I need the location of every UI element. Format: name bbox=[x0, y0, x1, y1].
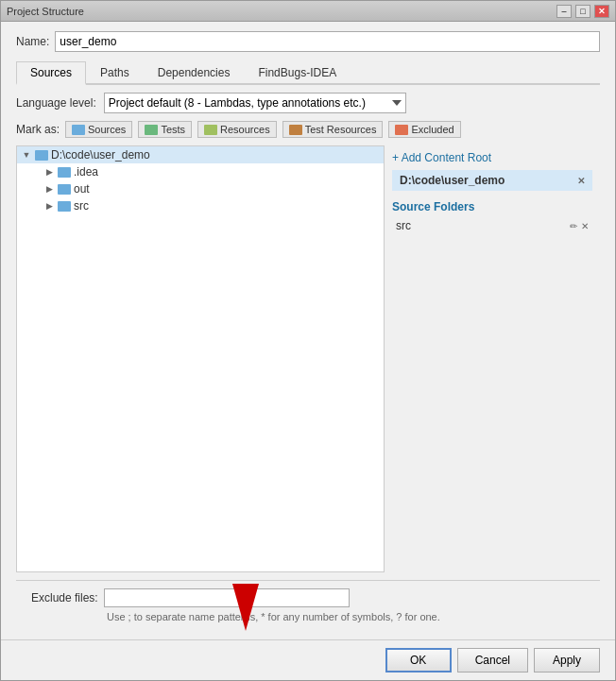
edit-source-folder-icon[interactable]: ✏ bbox=[570, 221, 577, 231]
src-folder-icon bbox=[58, 201, 71, 212]
delete-source-folder-icon[interactable]: ✕ bbox=[581, 221, 589, 231]
name-label: Name: bbox=[16, 35, 49, 48]
name-row: Name: bbox=[16, 31, 600, 52]
resources-folder-icon bbox=[204, 125, 217, 135]
mark-sources-button[interactable]: Sources bbox=[65, 121, 132, 138]
button-row: OK Cancel Apply bbox=[1, 639, 615, 680]
content-root-box: D:\code\user_demo ✕ bbox=[392, 170, 592, 191]
language-level-label: Language level: bbox=[16, 96, 96, 110]
out-folder-icon bbox=[58, 184, 71, 195]
idea-expand-arrow[interactable]: ▶ bbox=[43, 166, 55, 178]
idea-label: .idea bbox=[74, 165, 98, 179]
src-label: src bbox=[74, 199, 89, 213]
dialog-content: Name: Sources Paths Dependencies FindBug… bbox=[1, 22, 615, 639]
tab-sources[interactable]: Sources bbox=[16, 61, 86, 85]
project-structure-dialog: Project Structure – □ ✕ Name: Sources Pa… bbox=[0, 0, 616, 681]
test-resources-folder-icon bbox=[289, 125, 302, 135]
add-content-root-button[interactable]: + Add Content Root bbox=[392, 151, 592, 164]
mark-sources-label: Sources bbox=[88, 124, 126, 135]
tree-item-out[interactable]: ▶ out bbox=[17, 180, 384, 197]
tabs-bar: Sources Paths Dependencies FindBugs-IDEA bbox=[16, 60, 600, 85]
tab-findbugs[interactable]: FindBugs-IDEA bbox=[244, 61, 351, 85]
apply-button[interactable]: Apply bbox=[534, 648, 600, 672]
title-bar: Project Structure – □ ✕ bbox=[1, 1, 615, 22]
minimize-button[interactable]: – bbox=[556, 5, 572, 18]
arrow-indicator bbox=[232, 584, 259, 631]
tab-paths[interactable]: Paths bbox=[86, 61, 144, 85]
exclude-files-label: Exclude files: bbox=[31, 591, 98, 604]
out-expand-arrow[interactable]: ▶ bbox=[43, 183, 55, 195]
title-bar-text: Project Structure bbox=[7, 6, 84, 17]
tab-dependencies[interactable]: Dependencies bbox=[144, 61, 245, 85]
right-panel: + Add Content Root D:\code\user_demo ✕ S… bbox=[385, 145, 600, 572]
exclude-files-row: Exclude files: bbox=[31, 588, 585, 607]
source-folders-title: Source Folders bbox=[392, 200, 592, 213]
sources-folder-icon bbox=[72, 125, 85, 135]
idea-folder-icon bbox=[58, 167, 71, 178]
out-label: out bbox=[74, 182, 90, 196]
tree-panel: ▼ D:\code\user_demo ▶ .idea ▶ out bbox=[16, 145, 385, 572]
exclude-files-area: Exclude files: Use ; to separate name pa… bbox=[16, 580, 600, 630]
tests-folder-icon bbox=[145, 125, 158, 135]
mark-as-row: Mark as: Sources Tests Resources Test Re… bbox=[16, 121, 600, 138]
source-folders-section: Source Folders src ✏ ✕ bbox=[392, 196, 592, 238]
source-folder-actions: ✏ ✕ bbox=[570, 221, 589, 231]
main-area: ▼ D:\code\user_demo ▶ .idea ▶ out bbox=[16, 145, 600, 572]
mark-resources-button[interactable]: Resources bbox=[197, 121, 277, 138]
mark-test-resources-label: Test Resources bbox=[305, 124, 377, 135]
add-content-root-label: + Add Content Root bbox=[392, 151, 491, 164]
src-expand-arrow[interactable]: ▶ bbox=[43, 200, 55, 212]
tree-item-src[interactable]: ▶ src bbox=[17, 197, 384, 214]
tree-root-item[interactable]: ▼ D:\code\user_demo bbox=[17, 146, 384, 163]
title-bar-buttons: – □ ✕ bbox=[556, 5, 609, 18]
tree-item-idea[interactable]: ▶ .idea bbox=[17, 163, 384, 180]
exclude-files-hint: Use ; to separate name patterns, * for a… bbox=[107, 611, 585, 622]
mark-resources-label: Resources bbox=[220, 124, 270, 135]
mark-excluded-button[interactable]: Excluded bbox=[388, 121, 460, 138]
mark-test-resources-button[interactable]: Test Resources bbox=[282, 121, 384, 138]
root-label: D:\code\user_demo bbox=[51, 148, 150, 162]
ok-button[interactable]: OK bbox=[385, 648, 452, 672]
source-folder-item-src: src ✏ ✕ bbox=[392, 217, 592, 234]
mark-excluded-label: Excluded bbox=[411, 124, 453, 135]
mark-tests-button[interactable]: Tests bbox=[138, 121, 192, 138]
mark-as-label: Mark as: bbox=[16, 123, 60, 136]
source-folder-name: src bbox=[396, 219, 411, 232]
content-root-path: D:\code\user_demo bbox=[400, 174, 505, 187]
language-level-select[interactable]: Project default (8 - Lambdas, type annot… bbox=[104, 93, 406, 113]
mark-tests-label: Tests bbox=[161, 124, 185, 135]
root-expand-arrow[interactable]: ▼ bbox=[21, 149, 32, 161]
name-input[interactable] bbox=[55, 31, 600, 52]
language-level-row: Language level: Project default (8 - Lam… bbox=[16, 93, 600, 113]
root-folder-icon bbox=[35, 150, 48, 161]
close-button[interactable]: ✕ bbox=[594, 5, 609, 18]
cancel-button[interactable]: Cancel bbox=[457, 648, 528, 672]
maximize-button[interactable]: □ bbox=[575, 5, 590, 18]
excluded-folder-icon bbox=[395, 125, 408, 135]
content-root-close-icon[interactable]: ✕ bbox=[577, 176, 585, 186]
down-arrow-icon bbox=[232, 584, 259, 631]
exclude-files-input[interactable] bbox=[104, 588, 350, 607]
